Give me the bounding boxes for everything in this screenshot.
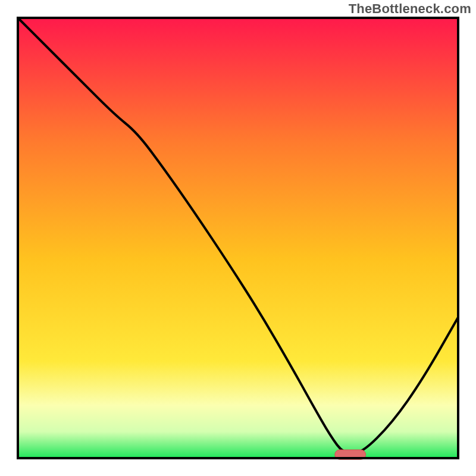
watermark-text: TheBottleneck.com bbox=[349, 1, 471, 17]
chart-frame: TheBottleneck.com bbox=[0, 0, 476, 476]
bottleneck-chart bbox=[0, 0, 476, 476]
